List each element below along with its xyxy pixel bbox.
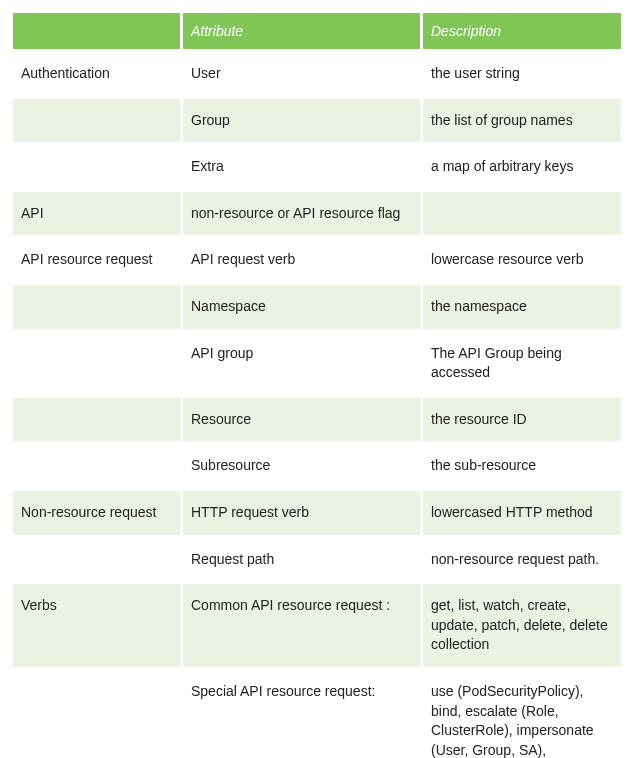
cell-category [12,536,182,583]
table-row: Special API resource request:use (PodSec… [12,668,623,758]
cell-category [12,330,182,396]
cell-description: lowercase resource verb [422,237,623,284]
table-row: Namespacethe namespace [12,283,623,330]
cell-attribute: HTTP request verb [182,489,422,536]
cell-category [12,144,182,191]
cell-description: the sub-resource [422,443,623,490]
table-row: Request pathnon-resource request path. [12,536,623,583]
cell-attribute: Request path [182,536,422,583]
table-row: Resourcethe resource ID [12,396,623,443]
cell-attribute: Common API resource request : [182,583,422,669]
cell-attribute: Special API resource request: [182,668,422,758]
table-row: API resource requestAPI request verblowe… [12,237,623,284]
header-attribute: Attribute [182,12,422,51]
attributes-table: Attribute Description AuthenticationUser… [10,10,624,758]
header-description: Description [422,12,623,51]
table-row: Extraa map of arbitrary keys [12,144,623,191]
cell-description: the user string [422,51,623,98]
cell-attribute: API request verb [182,237,422,284]
cell-attribute: Subresource [182,443,422,490]
cell-category: Authentication [12,51,182,98]
cell-category [12,668,182,758]
table-row: AuthenticationUserthe user string [12,51,623,98]
table-row: APInon-resource or API resource flag [12,190,623,237]
cell-category [12,443,182,490]
table-row: Non-resource requestHTTP request verblow… [12,489,623,536]
cell-description: lowercased HTTP method [422,489,623,536]
cell-description: a map of arbitrary keys [422,144,623,191]
table-row: Subresourcethe sub-resource [12,443,623,490]
cell-category: Non-resource request [12,489,182,536]
table-header-row: Attribute Description [12,12,623,51]
cell-description: use (PodSecurityPolicy), bind, escalate … [422,668,623,758]
table-row: VerbsCommon API resource request :get, l… [12,583,623,669]
cell-description: non-resource request path. [422,536,623,583]
cell-description [422,190,623,237]
cell-attribute: Resource [182,396,422,443]
cell-category: API resource request [12,237,182,284]
cell-category: API [12,190,182,237]
cell-category [12,396,182,443]
cell-description: the list of group names [422,97,623,144]
table-row: API groupThe API Group being accessed [12,330,623,396]
cell-attribute: User [182,51,422,98]
cell-category [12,283,182,330]
table-row: Groupthe list of group names [12,97,623,144]
cell-description: the resource ID [422,396,623,443]
cell-attribute: API group [182,330,422,396]
cell-description: the namespace [422,283,623,330]
cell-attribute: Group [182,97,422,144]
cell-attribute: Extra [182,144,422,191]
header-category [12,12,182,51]
cell-category [12,97,182,144]
cell-attribute: non-resource or API resource flag [182,190,422,237]
cell-category: Verbs [12,583,182,669]
cell-description: The API Group being accessed [422,330,623,396]
cell-description: get, list, watch, create, update, patch,… [422,583,623,669]
cell-attribute: Namespace [182,283,422,330]
